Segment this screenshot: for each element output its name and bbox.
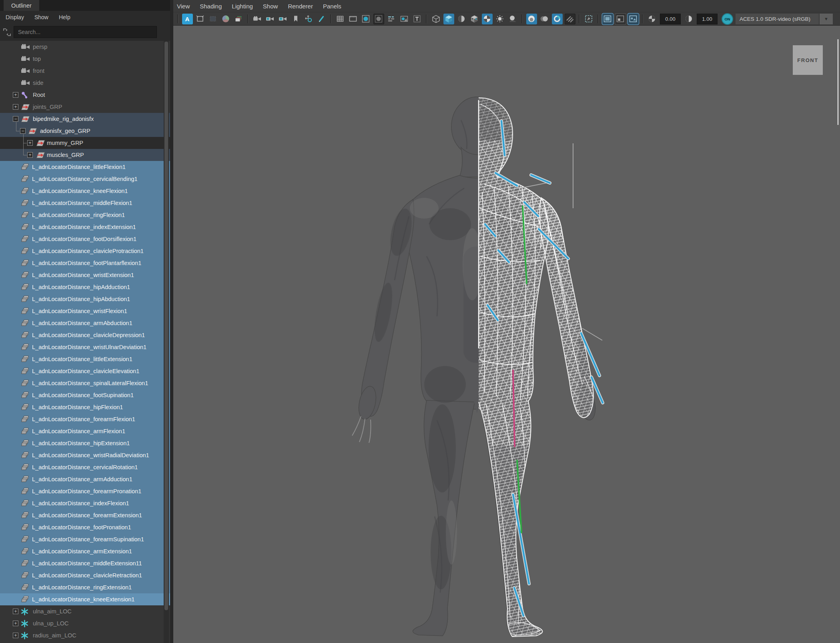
- outliner-row[interactable]: L_adnLocatorDistance_armAbduction1: [0, 317, 170, 329]
- outliner-row[interactable]: L_adnLocatorDistance_wristExtension1: [0, 269, 170, 281]
- outliner-row[interactable]: +mummy_GRP: [0, 137, 170, 149]
- outliner-row[interactable]: L_adnLocatorDistance_ringExtension1: [0, 581, 170, 593]
- ball-checker-button[interactable]: [482, 14, 493, 24]
- isolate-select-button[interactable]: [583, 14, 594, 24]
- view-transform-select[interactable]: ACES 1.0 SDR-video (sRGB): [736, 14, 819, 24]
- outliner-row[interactable]: persp: [0, 41, 170, 53]
- expand-toggle[interactable]: +: [27, 152, 33, 158]
- outliner-row[interactable]: −adonisfx_geo_GRP: [0, 125, 170, 137]
- outliner-menu-show[interactable]: Show: [34, 14, 48, 20]
- outliner-row[interactable]: L_adnLocatorDistance_hipExtension1: [0, 437, 170, 449]
- outliner-row[interactable]: +radius_aim_LOC: [0, 629, 170, 641]
- color-management-toggle[interactable]: ON: [722, 13, 733, 25]
- outliner-row[interactable]: L_adnLocatorDistance_wristRadialDeviatio…: [0, 449, 170, 461]
- outliner-row[interactable]: L_adnLocatorDistance_ringFlexion1: [0, 209, 170, 221]
- expand-toggle[interactable]: +: [13, 621, 18, 626]
- outliner-row[interactable]: −bipedmike_rig_adonisfx: [0, 113, 170, 125]
- outliner-row[interactable]: L_adnLocatorDistance_armAdduction1: [0, 473, 170, 485]
- outliner-row[interactable]: L_adnLocatorDistance_forearmFlexion1: [0, 413, 170, 425]
- scrollbar-handle[interactable]: [164, 42, 168, 610]
- view-transform-dropdown-arrow[interactable]: ▼: [820, 14, 833, 24]
- outliner-tab[interactable]: Outliner: [4, 0, 39, 11]
- gamma-field[interactable]: 1.00: [697, 14, 718, 24]
- light-sun-button[interactable]: [495, 14, 505, 24]
- outliner-row[interactable]: L_adnLocatorDistance_forearmSupination1: [0, 533, 170, 545]
- outliner-row[interactable]: L_adnLocatorDistance_clavicleDepression1: [0, 329, 170, 341]
- expand-toggle[interactable]: +: [13, 92, 18, 98]
- outliner-row[interactable]: L_adnLocatorDistance_spinalLateralFlexio…: [0, 377, 170, 389]
- outliner-row[interactable]: L_adnLocatorDistance_clavicleElevation1: [0, 365, 170, 377]
- grease-pencil-button[interactable]: [316, 14, 327, 24]
- outliner-row[interactable]: L_adnLocatorDistance_footSupination1: [0, 389, 170, 401]
- expand-toggle[interactable]: +: [13, 633, 18, 638]
- cube-textured-button[interactable]: [469, 14, 480, 24]
- layout-split-button[interactable]: [615, 14, 626, 24]
- film-gate-button[interactable]: [348, 14, 359, 24]
- ball-shadow-button[interactable]: [507, 14, 518, 24]
- outliner-row[interactable]: L_adnLocatorDistance_clavicleRetraction1: [0, 569, 170, 581]
- cube-shaded-button[interactable]: [443, 14, 454, 24]
- pan-zoom-button[interactable]: [303, 14, 314, 24]
- film-stack-button[interactable]: [233, 14, 244, 24]
- ball-square-off-button[interactable]: [373, 14, 384, 24]
- letter-t-button[interactable]: [412, 14, 423, 24]
- ball-ssao-button[interactable]: [526, 14, 537, 24]
- outliner-row[interactable]: +Root: [0, 89, 170, 101]
- layout-single-button[interactable]: [602, 14, 613, 24]
- outliner-row[interactable]: +muscles_GRP: [0, 149, 170, 161]
- stripes-button[interactable]: [565, 14, 575, 24]
- bookmark-button[interactable]: [291, 14, 301, 24]
- grid-button[interactable]: [335, 14, 346, 24]
- outliner-row[interactable]: L_adnLocatorDistance_hipAbduction1: [0, 293, 170, 305]
- outliner-scrollbar[interactable]: [164, 41, 169, 643]
- outliner-row[interactable]: L_adnLocatorDistance_middleExtension11: [0, 557, 170, 569]
- outliner-row[interactable]: front: [0, 65, 170, 77]
- outliner-row[interactable]: L_adnLocatorDistance_middleFlexion1: [0, 197, 170, 209]
- gamma-icon[interactable]: [684, 14, 694, 24]
- letter-a-button[interactable]: A: [182, 14, 193, 24]
- expand-toggle[interactable]: −: [20, 128, 26, 134]
- outliner-row[interactable]: L_adnLocatorDistance_indexFlexion1: [0, 497, 170, 509]
- outliner-row[interactable]: L_adnLocatorDistance_clavicleProtraction…: [0, 245, 170, 257]
- exposure-field[interactable]: 0.00: [660, 14, 681, 24]
- expand-toggle[interactable]: −: [13, 116, 18, 122]
- viewport-menu-renderer[interactable]: Renderer: [288, 3, 313, 10]
- viewport-menu-lighting[interactable]: Lighting: [232, 3, 253, 10]
- image-plane-button[interactable]: [399, 14, 410, 24]
- outliner-row[interactable]: L_adnLocatorDistance_cervicalRotation1: [0, 461, 170, 473]
- outliner-row[interactable]: L_adnLocatorDistance_armFlexion1: [0, 425, 170, 437]
- exposure-icon[interactable]: [647, 14, 658, 24]
- expand-toggle[interactable]: +: [13, 104, 18, 110]
- outliner-row[interactable]: L_adnLocatorDistance_armExtension1: [0, 545, 170, 557]
- ball-half-button[interactable]: [456, 14, 467, 24]
- outliner-row[interactable]: +ulna_up_LOC: [0, 617, 170, 629]
- outliner-row[interactable]: L_adnLocatorDistance_forearmExtension1: [0, 509, 170, 521]
- outliner-row[interactable]: L_adnLocatorDistance_kneeExtension1: [0, 593, 170, 605]
- resolution-gate-button[interactable]: [195, 14, 206, 24]
- expand-toggle[interactable]: +: [13, 609, 18, 614]
- outliner-row[interactable]: L_adnLocatorDistance_footDorsiflexion1: [0, 233, 170, 245]
- viewport-menu-show[interactable]: Show: [263, 3, 278, 10]
- viewport-menu-view[interactable]: View: [177, 3, 190, 10]
- outliner-row[interactable]: +ulna_aim_LOC: [0, 605, 170, 617]
- expand-toggle[interactable]: +: [27, 140, 33, 146]
- outliner-row[interactable]: L_adnLocatorDistance_hipFlexion1: [0, 401, 170, 413]
- viewport-canvas[interactable]: FRONT: [173, 26, 840, 643]
- outliner-row[interactable]: L_adnLocatorDistance_wristFlexion1: [0, 305, 170, 317]
- outliner-row[interactable]: L_adnLocatorDistance_forearmPronation1: [0, 485, 170, 497]
- outliner-row[interactable]: L_adnLocatorDistance_hipAdduction1: [0, 281, 170, 293]
- viewport-menu-shading[interactable]: Shading: [200, 3, 222, 10]
- outliner-row[interactable]: L_adnLocatorDistance_footPronation1: [0, 521, 170, 533]
- ball-motion-button[interactable]: [539, 14, 550, 24]
- outliner-menu-help[interactable]: Help: [59, 14, 70, 20]
- color-wheel-button[interactable]: [221, 14, 231, 24]
- outliner-row[interactable]: L_adnLocatorDistance_footPlantarflexion1: [0, 257, 170, 269]
- outliner-row[interactable]: L_adnLocatorDistance_littleExtension1: [0, 353, 170, 365]
- outliner-row[interactable]: +joints_GRP: [0, 101, 170, 113]
- camera-attrs-button[interactable]: [278, 14, 289, 24]
- outliner-row[interactable]: L_adnLocatorDistance_kneeFlexion1: [0, 185, 170, 197]
- outliner-row[interactable]: L_adnLocatorDistance_wristUlnarDeviation…: [0, 341, 170, 353]
- camera-select-button[interactable]: [252, 14, 263, 24]
- layout-quad-button[interactable]: [628, 14, 639, 24]
- camera-lock-button[interactable]: [265, 14, 276, 24]
